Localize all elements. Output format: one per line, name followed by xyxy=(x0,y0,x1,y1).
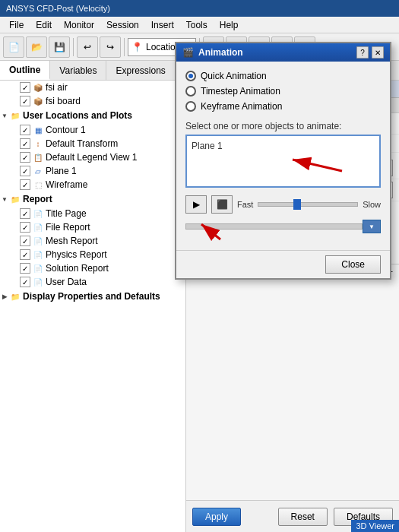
close-button[interactable]: Close xyxy=(325,255,381,274)
default-transform-label: Default Transform xyxy=(46,138,118,149)
tab-variables[interactable]: Variables xyxy=(50,61,106,80)
checkbox-fsi-board[interactable]: ✓ xyxy=(20,96,30,106)
animation-listbox[interactable]: Plane 1 xyxy=(185,135,381,188)
radio-circle-quick xyxy=(185,71,196,81)
checkbox-wireframe[interactable]: ✓ xyxy=(20,179,30,190)
animation-icon: 🎬 xyxy=(182,47,194,58)
toolbar-redo[interactable]: ↪ xyxy=(100,36,121,58)
group-display-props[interactable]: ▶ 📁 Display Properties and Defaults xyxy=(0,289,185,304)
group-user-locations[interactable]: ▼ 📁 User Locations and Plots xyxy=(0,108,185,123)
menu-monitor[interactable]: Monitor xyxy=(58,18,100,32)
bottom-bar: Apply Reset Defaults xyxy=(186,500,399,532)
group-user-locations-label: User Locations and Plots xyxy=(23,110,132,121)
listbox-plane1[interactable]: Plane 1 xyxy=(190,139,376,153)
list-item-mesh-report[interactable]: ✓ 📄 Mesh Report xyxy=(0,234,185,248)
dialog-close-x-btn[interactable]: ✕ xyxy=(372,46,384,59)
separator-2 xyxy=(124,38,125,56)
group-display-props-icon: 📁 xyxy=(9,291,21,302)
title-bar-text: ANSYS CFD-Post (Velocity) xyxy=(6,4,110,13)
list-item-physics-report[interactable]: ✓ 📄 Physics Report xyxy=(0,248,185,261)
play-button[interactable]: ▶ xyxy=(185,195,207,214)
tab-outline[interactable]: Outline xyxy=(0,61,50,80)
group-user-locations-icon: 📁 xyxy=(9,110,21,121)
legend-icon: 📋 xyxy=(32,152,44,163)
arrow-user-locations: ▼ xyxy=(0,111,9,120)
group-report-label: Report xyxy=(23,194,52,204)
list-item-user-data[interactable]: ✓ 📄 User Data xyxy=(0,275,185,289)
checkbox-file-report[interactable]: ✓ xyxy=(20,222,30,233)
group-report[interactable]: ▼ 📁 Report xyxy=(0,192,185,207)
speed-slider[interactable] xyxy=(258,202,358,207)
contour1-icon: ▦ xyxy=(32,125,44,135)
progress-dropdown-btn[interactable]: ▼ xyxy=(363,220,381,233)
progress-track xyxy=(185,223,363,230)
animation-dialog[interactable]: 🎬 Animation ? ✕ Quick Animation Timestep… xyxy=(175,42,391,280)
checkbox-mesh-report[interactable]: ✓ xyxy=(20,236,30,246)
toolbar-new[interactable]: 📄 xyxy=(3,36,24,58)
toolbar-undo[interactable]: ↩ xyxy=(77,36,98,58)
dialog-footer: Close xyxy=(176,250,390,278)
list-item-default-transform[interactable]: ✓ ↕ Default Transform xyxy=(0,137,185,150)
list-item-wireframe[interactable]: ✓ ⬚ Wireframe xyxy=(0,178,185,192)
list-item-fsi-air[interactable]: ✓ 📦 fsi air xyxy=(0,81,185,94)
arrow-report: ▼ xyxy=(0,195,9,204)
dialog-title: 🎬 Animation xyxy=(182,47,243,58)
legend-label: Default Legend View 1 xyxy=(46,152,138,163)
apply-button[interactable]: Apply xyxy=(192,508,241,526)
checkbox-contour1[interactable]: ✓ xyxy=(20,125,30,135)
radio-circle-timestep xyxy=(185,86,196,97)
menu-bar: File Edit Monitor Session Insert Tools H… xyxy=(0,17,399,33)
fsi-board-label: fsi board xyxy=(46,96,81,106)
checkbox-default-transform[interactable]: ✓ xyxy=(20,138,30,149)
menu-insert[interactable]: Insert xyxy=(145,18,180,32)
slow-label: Slow xyxy=(363,200,381,209)
checkbox-user-data[interactable]: ✓ xyxy=(20,277,30,287)
plane1-icon: ▱ xyxy=(32,166,44,176)
checkbox-solution-report[interactable]: ✓ xyxy=(20,263,30,274)
stop-button[interactable]: ⬛ xyxy=(211,195,233,214)
list-item-file-report[interactable]: ✓ 📄 File Report xyxy=(0,220,185,234)
defaults-button[interactable]: Defaults xyxy=(334,508,393,526)
mesh-report-icon: 📄 xyxy=(32,236,44,246)
animation-title-text: Animation xyxy=(198,47,243,58)
menu-file[interactable]: File xyxy=(3,18,30,32)
radio-timestep[interactable]: Timestep Animation xyxy=(185,86,381,97)
radio-circle-keyframe xyxy=(185,101,196,112)
solution-report-icon: 📄 xyxy=(32,263,44,274)
list-item-contour1[interactable]: ✓ ▦ Contour 1 xyxy=(0,123,185,137)
checkbox-legend[interactable]: ✓ xyxy=(20,152,30,163)
toolbar-save[interactable]: 💾 xyxy=(49,36,70,58)
plane1-label: Plane 1 xyxy=(46,166,77,176)
reset-button[interactable]: Reset xyxy=(278,508,328,526)
dialog-body: Quick Animation Timestep Animation Keyfr… xyxy=(176,62,390,250)
menu-edit[interactable]: Edit xyxy=(30,18,58,32)
checkbox-title-page[interactable]: ✓ xyxy=(20,208,30,219)
location-icon: 📍 xyxy=(131,42,143,52)
checkbox-plane1[interactable]: ✓ xyxy=(20,166,30,176)
list-item-legend[interactable]: ✓ 📋 Default Legend View 1 xyxy=(0,150,185,164)
checkbox-fsi-air[interactable]: ✓ xyxy=(20,82,30,93)
dialog-help-btn[interactable]: ? xyxy=(356,46,369,59)
animation-controls: ▶ ⬛ Fast Slow xyxy=(185,195,381,214)
menu-tools[interactable]: Tools xyxy=(180,18,214,32)
toolbar-open[interactable]: 📂 xyxy=(26,36,47,58)
list-item-fsi-board[interactable]: ✓ 📦 fsi board xyxy=(0,94,185,108)
radio-keyframe[interactable]: Keyframe Animation xyxy=(185,101,381,112)
fsi-air-label: fsi air xyxy=(46,82,68,93)
radio-quick[interactable]: Quick Animation xyxy=(185,71,381,81)
dialog-title-bar: 🎬 Animation ? ✕ xyxy=(176,43,390,62)
title-page-icon: 📄 xyxy=(32,208,44,219)
fsi-air-icon: 📦 xyxy=(32,82,44,93)
tab-expressions[interactable]: Expressions xyxy=(106,61,175,80)
checkbox-physics-report[interactable]: ✓ xyxy=(20,249,30,260)
list-item-solution-report[interactable]: ✓ 📄 Solution Report xyxy=(0,261,185,275)
separator-1 xyxy=(73,38,74,56)
menu-session[interactable]: Session xyxy=(100,18,145,32)
menu-help[interactable]: Help xyxy=(214,18,245,32)
dialog-controls: ? ✕ xyxy=(356,46,384,59)
file-report-label: File Report xyxy=(46,222,90,233)
list-item-plane1[interactable]: ✓ ▱ Plane 1 xyxy=(0,164,185,178)
physics-report-label: Physics Report xyxy=(46,249,107,260)
list-item-title-page[interactable]: ✓ 📄 Title Page xyxy=(0,207,185,220)
speed-thumb xyxy=(293,199,301,210)
